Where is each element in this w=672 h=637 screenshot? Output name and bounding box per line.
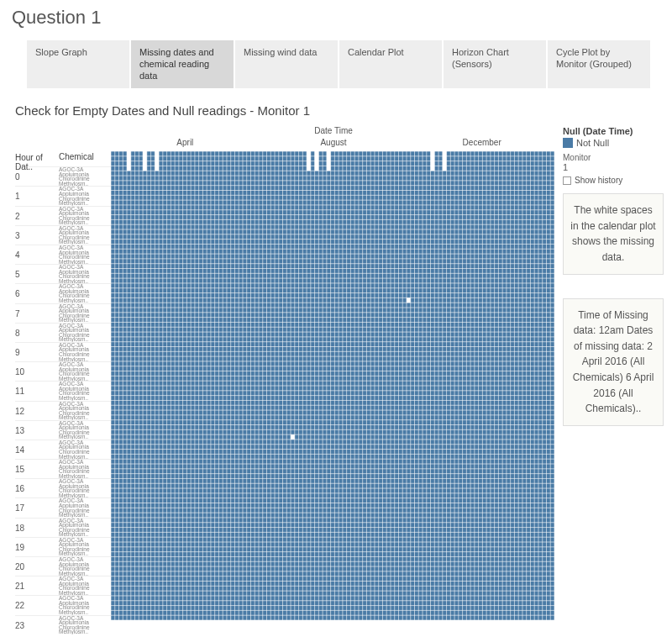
hour-label: 12 <box>15 401 59 420</box>
hour-label: 23 <box>15 615 59 634</box>
tab-2[interactable]: Missing wind data <box>235 40 338 88</box>
legend-swatch <box>563 138 573 148</box>
tab-3[interactable]: Calendar Plot <box>339 40 442 88</box>
month-tick: August <box>260 138 408 151</box>
chemical-group: AGOC-3AAppluimoniaChlorodinineMethylosm.… <box>59 323 111 342</box>
chemical-group: AGOC-3AAppluimoniaChlorodinineMethylosm.… <box>59 245 111 264</box>
chemical-group: AGOC-3AAppluimoniaChlorodinineMethylosm.… <box>59 518 111 537</box>
hour-label: 22 <box>15 595 59 614</box>
hour-label: 17 <box>15 497 59 517</box>
hour-label: 19 <box>15 537 59 556</box>
chemical-group: AGOC-3AAppluimoniaChlorodinineMethylosm.… <box>59 225 111 245</box>
chemical-group: AGOC-3AAppluimoniaChlorodinineMethylosm.… <box>59 459 111 478</box>
chemical-group: AGOC-3AAppluimoniaChlorodinineMethylosm.… <box>59 264 111 283</box>
checkbox-icon <box>563 176 571 185</box>
chart-title: Check for Empty Dates and Null readings … <box>7 103 672 118</box>
hour-label: 2 <box>15 206 59 225</box>
hour-label: 18 <box>15 518 59 537</box>
hour-label: 20 <box>15 556 59 576</box>
hour-label: 11 <box>15 381 59 400</box>
chemical-group: AGOC-3AAppluimoniaChlorodinineMethylosm.… <box>59 401 111 420</box>
calendar-heatmap <box>111 151 554 620</box>
chemical-group: AGOC-3AAppluimoniaChlorodinineMethylosm.… <box>59 283 111 303</box>
chemical-group: AGOC-3AAppluimoniaChlorodinineMethylosm.… <box>59 440 111 459</box>
chemical-group: AGOC-3AAppluimoniaChlorodinineMethylosm.… <box>59 420 111 440</box>
chemical-group: AGOC-3AAppluimoniaChlorodinineMethylosm.… <box>59 478 111 497</box>
chemical-axis-label: Chemical <box>59 153 111 165</box>
page-title: Question 1 <box>7 7 672 29</box>
chemical-group: AGOC-3AAppluimoniaChlorodinineMethylosm.… <box>59 186 111 205</box>
legend-label: Not Null <box>576 138 609 148</box>
chemical-group: AGOC-3AAppluimoniaChlorodinineMethylosm.… <box>59 381 111 400</box>
hour-label: 21 <box>15 576 59 595</box>
x-axis-title: Date Time <box>111 126 556 138</box>
hour-label: 3 <box>15 225 59 245</box>
chemical-group: AGOC-3AAppluimoniaChlorodinineMethylosm.… <box>59 303 111 323</box>
legend-title: Null (Date Time) <box>563 126 664 136</box>
hour-label: 9 <box>15 342 59 361</box>
month-tick: April <box>111 138 260 151</box>
month-ticks: AprilAugustDecember <box>111 138 556 151</box>
hour-label: 8 <box>15 323 59 342</box>
hour-label: 16 <box>15 478 59 497</box>
chemical-group: AGOC-3AAppluimoniaChlorodinineMethylosm.… <box>59 556 111 576</box>
hour-label: 1 <box>15 186 59 205</box>
hour-label: 15 <box>15 459 59 478</box>
chemical-group: AGOC-3AAppluimoniaChlorodinineMethylosm.… <box>59 576 111 595</box>
legend-item-not-null: Not Null <box>563 138 664 148</box>
tab-5[interactable]: Cycle Plot by Monitor (Grouped) <box>548 40 650 88</box>
hour-label: 14 <box>15 440 59 459</box>
chemical-group: AGOC-3AAppluimoniaChlorodinineMethylosm.… <box>59 166 111 186</box>
show-history-checkbox[interactable]: Show history <box>563 176 664 185</box>
hour-label: 10 <box>15 361 59 381</box>
chemical-group: AGOC-3AAppluimoniaChlorodinineMethylosm.… <box>59 615 111 634</box>
hour-label: 13 <box>15 420 59 440</box>
tab-1[interactable]: Missing dates and chemical reading data <box>131 40 234 88</box>
filter-label: Monitor <box>563 153 664 162</box>
filter-value: 1 <box>563 162 664 172</box>
row-headers: Hour of Dat.. 01234567891011121314151617… <box>7 126 111 634</box>
tab-4[interactable]: Horizon Chart (Sensors) <box>444 40 546 88</box>
chemical-group: AGOC-3AAppluimoniaChlorodinineMethylosm.… <box>59 497 111 517</box>
chemical-group: AGOC-3AAppluimoniaChlorodinineMethylosm.… <box>59 342 111 361</box>
hour-label: 7 <box>15 303 59 323</box>
annotation-1: The white spaces in the calendar plot sh… <box>563 193 664 274</box>
hour-label: 5 <box>15 264 59 283</box>
month-tick: December <box>407 138 556 151</box>
hour-label: 4 <box>15 245 59 264</box>
chemical-group: AGOC-3AAppluimoniaChlorodinineMethylosm.… <box>59 206 111 225</box>
tab-bar: Slope GraphMissing dates and chemical re… <box>7 40 672 88</box>
show-history-label: Show history <box>575 176 622 185</box>
chemical-group: AGOC-3AAppluimoniaChlorodinineMethylosm.… <box>59 361 111 381</box>
annotation-2: Time of Missing data: 12am Dates of miss… <box>563 298 664 426</box>
chemical-group: AGOC-3AAppluimoniaChlorodinineMethylosm.… <box>59 537 111 556</box>
tab-0[interactable]: Slope Graph <box>27 40 129 88</box>
hour-label: 6 <box>15 283 59 303</box>
hour-axis-label: Hour of Dat.. <box>15 153 59 165</box>
chemical-group: AGOC-3AAppluimoniaChlorodinineMethylosm.… <box>59 595 111 614</box>
